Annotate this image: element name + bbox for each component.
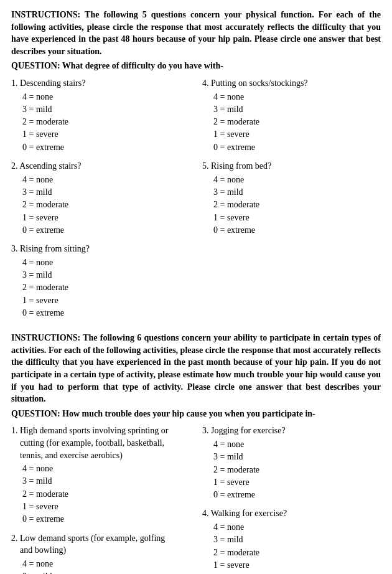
scale-3-mild: 3 = mild (213, 534, 381, 546)
section2-item-1-scale: 4 = none 3 = mild 2 = moderate 1 = sever… (22, 463, 190, 525)
scale-3-mild: 3 = mild (22, 186, 190, 199)
section1-item-4-title: 4. Putting on socks/stockings? (202, 77, 381, 90)
section1-item-5-title: 5. Rising from bed? (202, 160, 381, 172)
section2-instructions-block: INSTRUCTIONS: The following 6 questions … (11, 332, 381, 420)
scale-3-mild: 3 = mild (213, 186, 381, 199)
section2-item-3: 3. Jogging for exercise? 4 = none 3 = mi… (202, 425, 381, 501)
section1-instructions-label: INSTRUCTIONS: The following 5 questions … (11, 10, 381, 56)
section1-item-3-title: 3. Rising from sitting? (11, 243, 190, 255)
section1-item-4-scale: 4 = none 3 = mild 2 = moderate 1 = sever… (213, 91, 381, 154)
scale-0-extreme: 0 = extreme (22, 224, 190, 237)
section1-instructions-block: INSTRUCTIONS: The following 5 questions … (11, 9, 381, 72)
section1-question: QUESTION: What degree of difficulty do y… (11, 60, 381, 72)
scale-2-moderate: 2 = moderate (22, 116, 190, 128)
scale-2-moderate: 2 = moderate (213, 464, 381, 476)
section2-item-4-scale: 4 = none 3 = mild 2 = moderate 1 = sever… (213, 521, 381, 574)
scale-1-severe: 1 = severe (213, 128, 381, 141)
scale-1-severe: 1 = severe (213, 476, 381, 489)
section1-left-col: 1. Descending stairs? 4 = none 3 = mild … (11, 77, 196, 326)
section1-item-2-scale: 4 = none 3 = mild 2 = moderate 1 = sever… (22, 174, 190, 237)
scale-1-severe: 1 = severe (22, 128, 190, 141)
scale-0-extreme: 0 = extreme (213, 141, 381, 154)
scale-3-mild: 3 = mild (22, 570, 190, 574)
section1-item-1-title: 1. Descending stairs? (11, 77, 190, 90)
scale-3-mild: 3 = mild (22, 475, 190, 487)
scale-3-mild: 3 = mild (22, 269, 190, 281)
scale-0-extreme: 0 = extreme (213, 572, 381, 574)
section1-item-3-scale: 4 = none 3 = mild 2 = moderate 1 = sever… (22, 256, 190, 319)
section1-item-3: 3. Rising from sitting? 4 = none 3 = mil… (11, 243, 190, 319)
scale-2-moderate: 2 = moderate (22, 488, 190, 501)
scale-4-none: 4 = none (213, 521, 381, 534)
section1-item-5-scale: 4 = none 3 = mild 2 = moderate 1 = sever… (213, 174, 381, 237)
scale-4-none: 4 = none (22, 174, 190, 186)
scale-0-extreme: 0 = extreme (22, 141, 190, 154)
section1-item-2-title: 2. Ascending stairs? (11, 160, 190, 172)
scale-2-moderate: 2 = moderate (22, 281, 190, 294)
scale-1-severe: 1 = severe (22, 294, 190, 307)
scale-0-extreme: 0 = extreme (22, 307, 190, 319)
section2-right-col: 3. Jogging for exercise? 4 = none 3 = mi… (196, 425, 381, 574)
section1-item-4: 4. Putting on socks/stockings? 4 = none … (202, 77, 381, 154)
scale-2-moderate: 2 = moderate (213, 116, 381, 128)
scale-4-none: 4 = none (213, 438, 381, 451)
section2-item-2-scale: 4 = none 3 = mild 2 = moderate 1 = sever… (22, 558, 190, 574)
scale-4-none: 4 = none (213, 174, 381, 186)
scale-4-none: 4 = none (22, 91, 190, 103)
scale-1-severe: 1 = severe (22, 212, 190, 224)
scale-2-moderate: 2 = moderate (22, 199, 190, 211)
scale-0-extreme: 0 = extreme (213, 489, 381, 501)
scale-4-none: 4 = none (22, 256, 190, 269)
section2-item-1-title: 1. High demand sports involving sprintin… (11, 425, 190, 461)
scale-4-none: 4 = none (22, 463, 190, 475)
section2-columns: 1. High demand sports involving sprintin… (11, 425, 381, 574)
section2-item-1: 1. High demand sports involving sprintin… (11, 425, 190, 525)
scale-0-extreme: 0 = extreme (213, 224, 381, 237)
scale-3-mild: 3 = mild (22, 103, 190, 116)
section1-item-5: 5. Rising from bed? 4 = none 3 = mild 2 … (202, 160, 381, 237)
scale-1-severe: 1 = severe (22, 501, 190, 513)
section2-item-4-title: 4. Walking for exercise? (202, 507, 381, 520)
section2-item-2: 2. Low demand sports (for example, golfi… (11, 532, 190, 574)
section2-question: QUESTION: How much trouble does your hip… (11, 408, 381, 420)
scale-2-moderate: 2 = moderate (213, 199, 381, 211)
section2-item-4: 4. Walking for exercise? 4 = none 3 = mi… (202, 507, 381, 574)
section2-item-3-scale: 4 = none 3 = mild 2 = moderate 1 = sever… (213, 438, 381, 501)
section1-item-1-scale: 4 = none 3 = mild 2 = moderate 1 = sever… (22, 91, 190, 154)
section2-instructions-label: INSTRUCTIONS: The following 6 questions … (11, 333, 381, 403)
scale-0-extreme: 0 = extreme (22, 513, 190, 525)
section1-right-col: 4. Putting on socks/stockings? 4 = none … (196, 77, 381, 326)
scale-3-mild: 3 = mild (213, 451, 381, 463)
section2-item-3-title: 3. Jogging for exercise? (202, 425, 381, 437)
scale-1-severe: 1 = severe (213, 212, 381, 224)
section1-item-1: 1. Descending stairs? 4 = none 3 = mild … (11, 77, 190, 154)
section1-instructions-text: INSTRUCTIONS: The following 5 questions … (11, 9, 381, 57)
scale-4-none: 4 = none (22, 558, 190, 570)
section2-item-2-title: 2. Low demand sports (for example, golfi… (11, 532, 190, 557)
scale-3-mild: 3 = mild (213, 103, 381, 116)
scale-4-none: 4 = none (213, 91, 381, 103)
section2-left-col: 1. High demand sports involving sprintin… (11, 425, 196, 574)
section1-item-2: 2. Ascending stairs? 4 = none 3 = mild 2… (11, 160, 190, 237)
scale-2-moderate: 2 = moderate (213, 547, 381, 559)
section2-instructions-text: INSTRUCTIONS: The following 6 questions … (11, 332, 381, 405)
scale-1-severe: 1 = severe (213, 559, 381, 572)
section1-columns: 1. Descending stairs? 4 = none 3 = mild … (11, 77, 381, 326)
